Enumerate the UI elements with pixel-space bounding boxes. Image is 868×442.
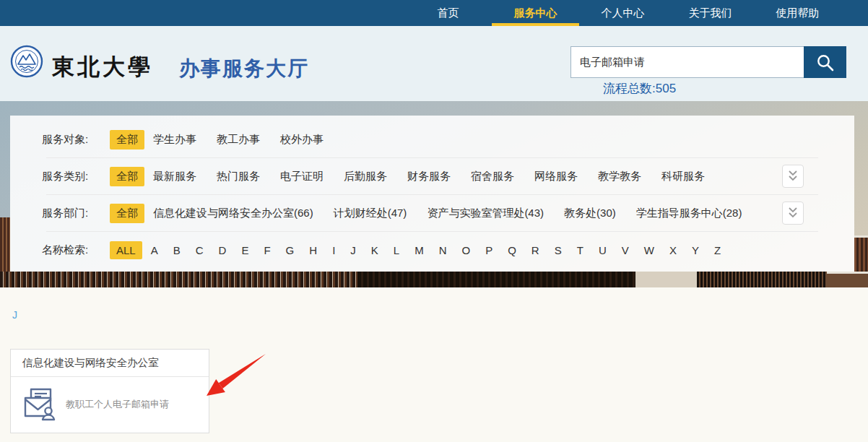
filter-item[interactable]: N bbox=[439, 244, 447, 256]
filter-items: ABCDEFGHIJKLMNOPQRSTUVWXYZ bbox=[151, 244, 721, 256]
service-link[interactable]: 教职工个人电子邮箱申请 bbox=[11, 377, 209, 432]
expand-button[interactable] bbox=[782, 202, 804, 225]
search-icon bbox=[815, 53, 835, 72]
filter-item[interactable]: L bbox=[394, 244, 399, 256]
filter-items: 学生办事教工办事校外办事 bbox=[153, 133, 324, 147]
top-nav: 首页服务中心个人中心关于我们使用帮助 bbox=[0, 0, 868, 26]
filter-item[interactable]: 计划财经处(47) bbox=[334, 207, 407, 220]
filter-row-3: 服务部门:全部信息化建设与网络安全办公室(66)计划财经处(47)资产与实验室管… bbox=[10, 195, 854, 231]
background-building-left bbox=[0, 217, 10, 272]
site-header: 東北大學 办事服务大厅 流程总数:505 bbox=[0, 26, 868, 101]
filter-row-1: 服务对象:全部学生办事教工办事校外办事 bbox=[10, 121, 854, 157]
filter-all-badge[interactable]: 全部 bbox=[110, 167, 144, 186]
filter-item[interactable]: 教学教务 bbox=[598, 170, 641, 183]
filter-item[interactable]: A bbox=[151, 244, 158, 256]
double-chevron-down-icon bbox=[787, 170, 799, 183]
filter-item[interactable]: H bbox=[309, 244, 317, 256]
background-building-strip bbox=[357, 272, 635, 287]
filter-item[interactable]: 资产与实验室管理处(43) bbox=[427, 207, 544, 220]
background-building-right bbox=[854, 235, 868, 272]
filter-all-badge[interactable]: ALL bbox=[110, 241, 142, 259]
nav-tab-3[interactable]: 个人中心 bbox=[579, 0, 667, 26]
filter-row-2: 服务类别:全部最新服务热门服务电子证明后勤服务财务服务宿舍服务网络服务教学教务科… bbox=[10, 158, 854, 194]
filter-item[interactable]: T bbox=[577, 244, 583, 256]
filter-item[interactable]: 热门服务 bbox=[217, 170, 260, 183]
filter-item[interactable]: Q bbox=[508, 244, 516, 256]
card-department-title: 信息化建设与网络安全办公室 bbox=[11, 350, 209, 377]
filter-item[interactable]: J bbox=[350, 244, 356, 256]
service-label: 教职工个人电子邮箱申请 bbox=[66, 398, 169, 411]
filter-item[interactable]: K bbox=[371, 244, 378, 256]
filter-item[interactable]: U bbox=[599, 244, 607, 256]
filter-label: 服务部门: bbox=[42, 207, 110, 220]
background-building-strip bbox=[635, 272, 697, 287]
filter-all-badge[interactable]: 全部 bbox=[110, 130, 144, 150]
filter-item[interactable]: W bbox=[644, 244, 654, 256]
page-title: 办事服务大厅 bbox=[179, 55, 309, 82]
search-button[interactable] bbox=[804, 46, 846, 78]
nav-tab-1[interactable]: 首页 bbox=[404, 0, 492, 26]
filter-item[interactable]: 后勤服务 bbox=[344, 170, 387, 183]
filter-label: 名称检索: bbox=[42, 243, 110, 257]
filter-panel: 服务对象:全部学生办事教工办事校外办事服务类别:全部最新服务热门服务电子证明后勤… bbox=[10, 116, 854, 272]
filter-item[interactable]: C bbox=[196, 244, 204, 256]
filter-item[interactable]: S bbox=[555, 244, 562, 256]
filter-item[interactable]: I bbox=[332, 244, 335, 256]
filter-item[interactable]: 学生办事 bbox=[153, 133, 196, 147]
filter-item[interactable]: 最新服务 bbox=[153, 170, 196, 183]
filter-item[interactable]: 科研服务 bbox=[661, 170, 705, 183]
search-area: 流程总数:505 bbox=[570, 46, 846, 97]
filter-item[interactable]: B bbox=[173, 244, 181, 256]
background-building-strip bbox=[827, 272, 868, 287]
filter-item[interactable]: 学生指导服务中心(28) bbox=[636, 207, 742, 220]
filter-item[interactable]: 网络服务 bbox=[534, 170, 578, 183]
service-card: 信息化建设与网络安全办公室 教职工个人电子邮箱申请 bbox=[10, 349, 209, 433]
university-logo-icon bbox=[10, 45, 43, 78]
filter-all-badge[interactable]: 全部 bbox=[110, 204, 144, 223]
filter-row-4: 名称检索:ALLABCDEFGHIJKLMNOPQRSTUVWXYZ bbox=[10, 232, 854, 268]
double-chevron-down-icon bbox=[787, 207, 799, 220]
filter-item[interactable]: X bbox=[669, 244, 677, 256]
filter-item[interactable]: P bbox=[485, 244, 492, 256]
filter-item[interactable]: Y bbox=[692, 244, 699, 256]
filter-item[interactable]: 宿舍服务 bbox=[471, 170, 514, 183]
process-total: 流程总数:505 bbox=[570, 80, 846, 97]
filter-item[interactable]: R bbox=[531, 244, 539, 256]
email-user-icon bbox=[22, 387, 57, 422]
red-arrow-annotation bbox=[202, 350, 269, 402]
search-input[interactable] bbox=[570, 46, 804, 78]
nav-tab-5[interactable]: 使用帮助 bbox=[754, 0, 841, 26]
filter-item[interactable]: Z bbox=[714, 244, 721, 256]
filter-label: 服务对象: bbox=[42, 133, 110, 147]
filter-items: 信息化建设与网络安全办公室(66)计划财经处(47)资产与实验室管理处(43)教… bbox=[153, 207, 742, 220]
letter-heading: J bbox=[12, 309, 17, 321]
background-building-strip bbox=[697, 272, 827, 287]
filter-item[interactable]: 电子证明 bbox=[280, 170, 324, 183]
university-name: 東北大學 bbox=[52, 52, 153, 82]
filter-item[interactable]: O bbox=[462, 244, 471, 256]
filter-item[interactable]: 校外办事 bbox=[280, 133, 324, 147]
filter-item[interactable]: E bbox=[241, 244, 248, 256]
background-building-strip bbox=[0, 272, 357, 287]
nav-tab-4[interactable]: 关于我们 bbox=[667, 0, 754, 26]
filter-item[interactable]: V bbox=[622, 244, 629, 256]
results-area: J 信息化建设与网络安全办公室 教职工个人电子邮箱申请 bbox=[0, 287, 868, 442]
expand-button[interactable] bbox=[782, 165, 804, 188]
filter-items: 最新服务热门服务电子证明后勤服务财务服务宿舍服务网络服务教学教务科研服务 bbox=[153, 170, 705, 183]
filter-item[interactable]: 教工办事 bbox=[217, 133, 260, 147]
filter-item[interactable]: D bbox=[219, 244, 227, 256]
filter-item[interactable]: M bbox=[415, 244, 424, 256]
hero-section: 服务对象:全部学生办事教工办事校外办事服务类别:全部最新服务热门服务电子证明后勤… bbox=[0, 101, 868, 287]
filter-label: 服务类别: bbox=[42, 170, 110, 183]
filter-item[interactable]: 财务服务 bbox=[407, 170, 451, 183]
filter-item[interactable]: 教务处(30) bbox=[564, 207, 616, 220]
filter-item[interactable]: G bbox=[286, 244, 295, 256]
filter-item[interactable]: 信息化建设与网络安全办公室(66) bbox=[153, 207, 313, 220]
nav-tab-2[interactable]: 服务中心 bbox=[492, 0, 579, 26]
filter-item[interactable]: F bbox=[264, 244, 270, 256]
